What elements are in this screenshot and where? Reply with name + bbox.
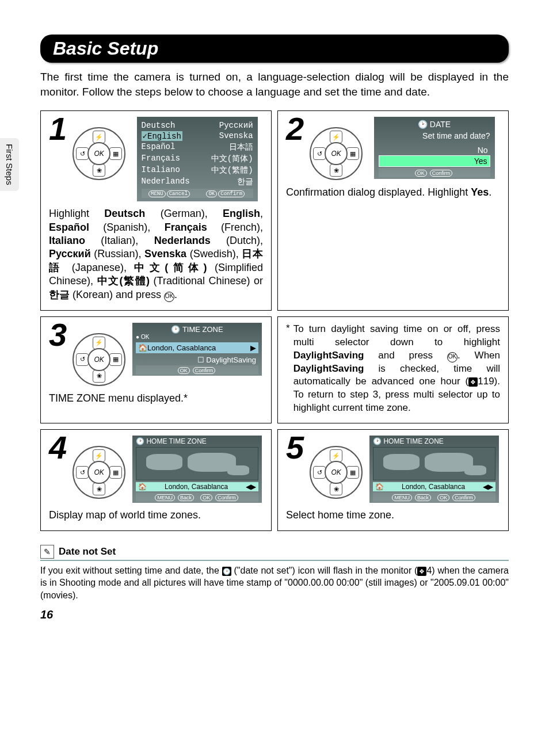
world-map-icon bbox=[373, 447, 495, 480]
date-screen: 🕑 DATE Set time and date? No Yes OK Conf… bbox=[374, 117, 495, 179]
step-number: 3 bbox=[49, 320, 67, 349]
map-screen: 🕑 HOME TIME ZONE 🏠 London, Casablanca◀▶ … bbox=[369, 436, 499, 503]
note-title: Date not Set bbox=[59, 546, 116, 558]
step-2: 2 ⚡❀↺▦ OK 🕑 DATE Set time and date? No Y… bbox=[277, 110, 509, 310]
page-ref-icon: ❖ bbox=[468, 377, 478, 387]
pencil-icon: ✎ bbox=[40, 545, 54, 559]
multi-selector-icon: ⚡❀↺▦ OK bbox=[310, 446, 363, 499]
language-screen: DeutschРусский ✓EnglishSvenska Español日本… bbox=[137, 117, 258, 201]
step-number: 2 bbox=[286, 114, 304, 143]
intro-text: The first time the camera is turned on, … bbox=[40, 70, 509, 99]
ok-inline-icon: OK bbox=[447, 352, 458, 362]
page-ref-icon: ❖ bbox=[417, 567, 426, 576]
step4-caption: Display map of world time zones. bbox=[49, 509, 263, 522]
side-tab: First Steps bbox=[0, 138, 19, 191]
multi-selector-icon: ⚡❀↺▦ OK bbox=[73, 127, 125, 180]
daylight-note: * To turn daylight saving time on or off… bbox=[277, 316, 509, 424]
title-bar: Basic Setup bbox=[40, 35, 509, 63]
step3-caption: TIME ZONE menu displayed.* bbox=[49, 392, 263, 405]
map-screen: 🕑 HOME TIME ZONE 🏠 London, Casablanca◀▶ … bbox=[132, 436, 262, 503]
step2-caption: Confirmation dialog displayed. Highlight… bbox=[286, 186, 500, 199]
ok-inline-icon: OK bbox=[164, 292, 174, 302]
menu-button-icon: MENU bbox=[148, 190, 166, 197]
ok-center-icon: OK bbox=[87, 142, 110, 165]
page-number: 16 bbox=[40, 608, 509, 621]
step-5: 5 ⚡❀↺▦ OK 🕑 HOME TIME ZONE 🏠 London, Cas… bbox=[277, 429, 509, 530]
step-4: 4 ⚡❀↺▦ OK 🕑 HOME TIME ZONE 🏠 London, Cas… bbox=[40, 429, 272, 530]
step-number: 5 bbox=[286, 433, 304, 462]
step-number: 1 bbox=[49, 114, 67, 143]
clock-inline-icon: 🕑 bbox=[222, 567, 231, 576]
step5-caption: Select home time zone. bbox=[286, 509, 500, 522]
multi-selector-icon: ⚡❀↺▦ OK bbox=[310, 127, 363, 180]
page-title: Basic Setup bbox=[53, 38, 496, 59]
note-body: If you exit without setting time and dat… bbox=[40, 564, 509, 602]
multi-selector-icon: ⚡❀↺▦ OK bbox=[73, 333, 125, 386]
step-1: 1 ⚡❀↺▦ OK DeutschРусский ✓EnglishSvenska… bbox=[40, 110, 272, 310]
timezone-screen: 🕑 TIME ZONE ● OK 🏠 London, Casablanca ▶ … bbox=[132, 323, 262, 376]
note-box: ✎ Date not Set If you exit without setti… bbox=[40, 545, 509, 602]
multi-selector-icon: ⚡❀↺▦ OK bbox=[73, 446, 125, 499]
step-3: 3 ⚡❀↺▦ OK 🕑 TIME ZONE ● OK 🏠 London, Cas… bbox=[40, 316, 272, 424]
asterisk: * bbox=[286, 323, 290, 334]
step-number: 4 bbox=[49, 433, 67, 462]
ok-button-icon: OK bbox=[206, 190, 217, 197]
world-map-icon bbox=[136, 447, 258, 480]
step1-caption: Highlight Deutsch (German), English, Esp… bbox=[49, 207, 263, 301]
